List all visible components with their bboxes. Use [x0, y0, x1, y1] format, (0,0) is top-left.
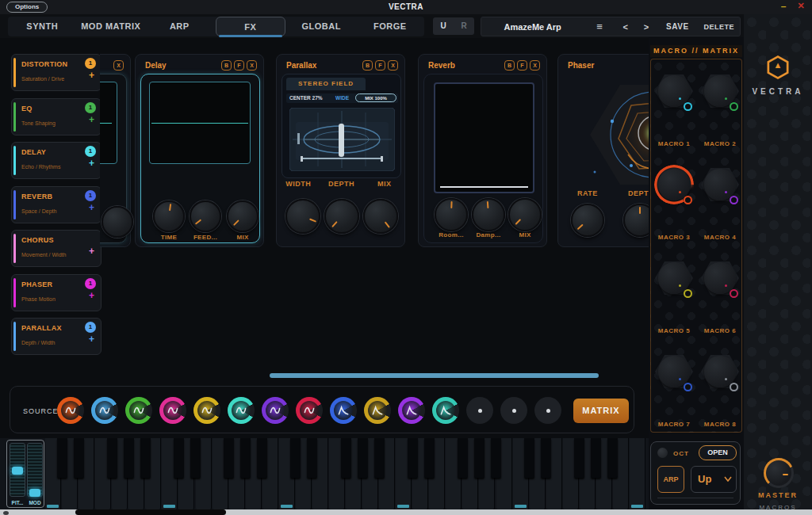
- tab-synth[interactable]: SYNTH: [8, 17, 77, 36]
- remove-fx-button[interactable]: X: [113, 60, 124, 71]
- freeze-button[interactable]: F: [375, 60, 385, 71]
- macro-knob[interactable]: [703, 354, 737, 389]
- source-button-4[interactable]: [159, 397, 186, 424]
- source-button-11[interactable]: [398, 397, 425, 424]
- arp-toggle-button[interactable]: ARP: [657, 466, 684, 493]
- piano-key-black[interactable]: [574, 438, 584, 478]
- piano-key-black[interactable]: [190, 438, 201, 478]
- fx-list-item-distortion[interactable]: DISTORTIONSaturation / Drive1+: [11, 54, 102, 91]
- piano-key-black[interactable]: [107, 438, 117, 478]
- macro-knob[interactable]: [657, 354, 691, 389]
- fx-strip-scrollbar[interactable]: [270, 373, 599, 378]
- source-button-13[interactable]: [466, 397, 493, 424]
- macro-source-badge[interactable]: [684, 196, 692, 204]
- fx-list-item-eq[interactable]: EQTone Shaping1+: [11, 98, 102, 135]
- add-fx-icon[interactable]: +: [89, 114, 94, 125]
- add-fx-icon[interactable]: +: [89, 334, 94, 345]
- save-button[interactable]: SAVE: [657, 22, 698, 31]
- piano-key-black[interactable]: [74, 438, 84, 478]
- macro-source-badge[interactable]: [730, 196, 738, 204]
- parallax-width-knob[interactable]: [285, 199, 320, 234]
- fx-knob[interactable]: [102, 206, 133, 238]
- reverb-room-knob[interactable]: [435, 198, 468, 231]
- macro-source-badge[interactable]: [684, 289, 692, 298]
- macro-source-badge[interactable]: [730, 383, 738, 391]
- piano-key-black[interactable]: [124, 438, 134, 478]
- fx-list-item-parallax[interactable]: PARALLAXDepth / Width1+: [11, 318, 102, 355]
- tab-arp[interactable]: ARP: [145, 17, 214, 36]
- delay-feedback-knob[interactable]: [190, 200, 221, 232]
- source-button-7[interactable]: [262, 397, 289, 424]
- macro-source-badge[interactable]: [730, 289, 738, 298]
- tab-fx[interactable]: FX: [216, 17, 286, 36]
- freeze-button[interactable]: F: [234, 60, 244, 71]
- source-button-15[interactable]: [534, 397, 561, 424]
- parallax-depth-knob[interactable]: [324, 199, 359, 234]
- piano-key-black[interactable]: [541, 438, 551, 478]
- pitch-wheel-handle[interactable]: [12, 467, 23, 475]
- bypass-button[interactable]: B: [504, 60, 515, 71]
- delay-time-knob[interactable]: [153, 200, 185, 232]
- arp-mode-select[interactable]: Up: [691, 466, 737, 493]
- tab-mod-matrix[interactable]: MOD MATRIX: [77, 17, 146, 36]
- bypass-button[interactable]: B: [221, 60, 232, 71]
- piano-key-black[interactable]: [224, 438, 234, 478]
- add-fx-icon[interactable]: +: [89, 202, 94, 213]
- piano-key-black[interactable]: [591, 438, 601, 478]
- piano-key-black[interactable]: [424, 438, 435, 478]
- piano-key-black[interactable]: [307, 438, 317, 478]
- tab-global[interactable]: GLOBAL: [287, 17, 356, 36]
- macro-knob[interactable]: [657, 167, 691, 202]
- remove-fx-button[interactable]: X: [388, 60, 398, 71]
- mod-wheel[interactable]: [27, 443, 43, 497]
- piano-key-black[interactable]: [240, 438, 251, 478]
- preset-name[interactable]: AmazeMe Arp: [481, 22, 584, 32]
- piano-key-black[interactable]: [57, 438, 67, 478]
- freeze-button[interactable]: F: [517, 60, 527, 71]
- source-button-14[interactable]: [500, 397, 527, 424]
- fx-list-item-delay[interactable]: DELAYEcho / Rhythms1+: [11, 142, 102, 179]
- source-button-6[interactable]: [228, 397, 255, 424]
- parallax-mix-knob[interactable]: [363, 199, 398, 234]
- bypass-button[interactable]: B: [362, 60, 373, 71]
- next-preset-icon[interactable]: >: [636, 22, 657, 32]
- tab-forge[interactable]: FORGE: [356, 17, 425, 36]
- source-button-2[interactable]: [91, 397, 118, 424]
- macro-knob[interactable]: [703, 167, 737, 202]
- piano-key-black[interactable]: [458, 438, 468, 478]
- source-button-10[interactable]: [364, 397, 391, 424]
- open-button[interactable]: OPEN: [699, 445, 737, 460]
- piano-key-black[interactable]: [408, 438, 418, 478]
- piano-key-black[interactable]: [374, 438, 385, 478]
- master-knob[interactable]: [764, 458, 794, 488]
- add-fx-icon[interactable]: +: [89, 290, 94, 301]
- source-button-3[interactable]: [125, 397, 152, 424]
- macro-knob[interactable]: [703, 74, 737, 109]
- delete-button[interactable]: DELETE: [699, 23, 740, 31]
- piano-key-black[interactable]: [607, 438, 618, 478]
- add-fx-icon[interactable]: +: [89, 158, 94, 169]
- piano-key-black[interactable]: [474, 438, 485, 478]
- fx-list-item-phaser[interactable]: PHASERPhase Motion1+: [11, 274, 102, 311]
- redo-button[interactable]: R: [454, 17, 474, 35]
- piano-key-black[interactable]: [341, 438, 351, 478]
- prev-preset-icon[interactable]: <: [615, 22, 636, 32]
- source-button-12[interactable]: [432, 397, 459, 424]
- piano-key-black[interactable]: [174, 438, 184, 478]
- macro-source-badge[interactable]: [730, 102, 738, 111]
- fx-list-item-reverb[interactable]: REVERBSpace / Depth1+: [11, 186, 102, 223]
- fx-list-item-chorus[interactable]: CHORUSMovement / Width+: [11, 230, 102, 267]
- pitch-wheel[interactable]: [10, 443, 25, 497]
- macro-source-badge[interactable]: [684, 102, 692, 111]
- source-button-9[interactable]: [330, 397, 357, 424]
- remove-fx-button[interactable]: X: [530, 60, 540, 71]
- undo-button[interactable]: U: [433, 17, 454, 35]
- add-fx-icon[interactable]: +: [89, 246, 94, 257]
- reverb-damp-knob[interactable]: [472, 198, 505, 231]
- phaser-depth-knob[interactable]: [623, 204, 649, 237]
- stereo-field-tab[interactable]: STEREO FIELD: [286, 78, 366, 90]
- fx-card-clipped[interactable]: X: [100, 54, 131, 247]
- arp-mini-knob[interactable]: [657, 448, 668, 458]
- piano-key-black[interactable]: [257, 438, 267, 478]
- minimize-icon[interactable]: –: [777, 1, 790, 12]
